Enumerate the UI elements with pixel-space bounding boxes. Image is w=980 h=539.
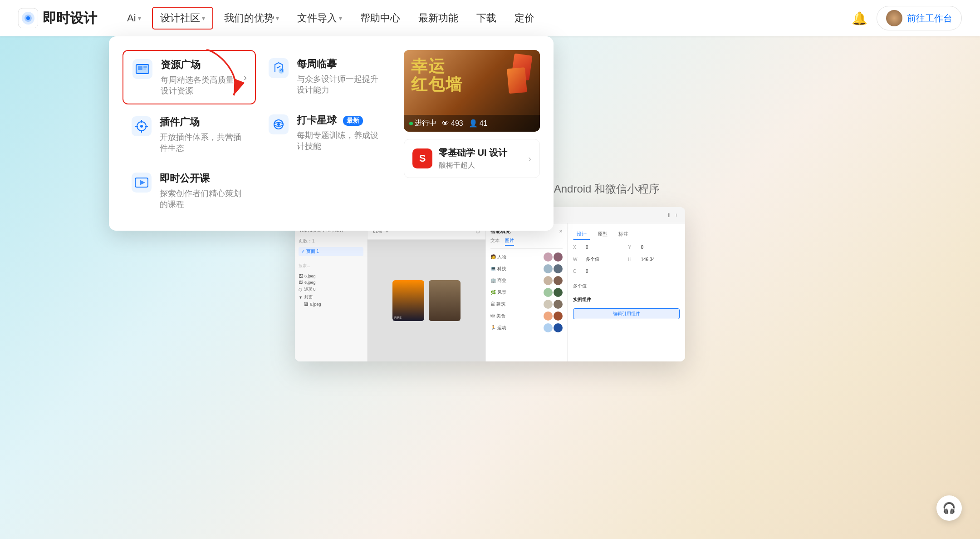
nav-item-advantage[interactable]: 我们的优势 ▾ <box>217 8 286 29</box>
opencourse-content: 即时公开课 探索创作者们精心策划的课程 <box>160 172 248 210</box>
nav-help-label: 帮助中心 <box>360 11 400 25</box>
nav-pricing-label: 定价 <box>514 11 534 25</box>
svg-rect-5 <box>138 66 142 70</box>
svg-point-23 <box>277 123 280 126</box>
header: 即时设计 Ai ▾ 设计社区 ▾ 我们的优势 ▾ 文件导入 ▾ 帮助中心 最新功… <box>0 0 980 36</box>
prototype-tab: 原型 <box>594 229 611 240</box>
nav-item-pricing[interactable]: 定价 <box>507 8 542 29</box>
nav-download-label: 下载 <box>476 11 496 25</box>
property-panel-tabs: 设计 原型 标注 <box>573 229 680 240</box>
logo-icon <box>18 8 38 28</box>
course-content: 零基础学 UI 设计 酸梅干超人 <box>439 147 522 170</box>
opencourse-title: 即时公开课 <box>160 172 248 185</box>
nav-import-arrow: ▾ <box>339 15 342 22</box>
svg-rect-18 <box>269 58 289 78</box>
mockup-properties-panel: 设计 原型 标注 X 0 Y 0 W 多个值 <box>567 223 685 361</box>
goto-workspace-label: 前往工作台 <box>907 12 952 25</box>
promo-status: 进行中 <box>409 119 436 128</box>
mockup-sidebar: 书籍阅读类小程序设计 页数：1 ✓ 页面 1 搜索... 🖼 6.jpeg 🖼 … <box>295 223 368 361</box>
community-dropdown: 资源广场 每周精选各类高质量设计资源 › <box>109 36 554 231</box>
course-title: 零基础学 UI 设计 <box>439 147 522 159</box>
promo-views: 👁 493 <box>442 119 463 128</box>
course-card[interactable]: S 零基础学 UI 设计 酸梅干超人 › <box>404 139 540 178</box>
logo-area[interactable]: 即时设计 <box>18 8 97 28</box>
dropdown-item-plugin[interactable]: 插件广场 开放插件体系，共营插件生态 <box>122 108 256 161</box>
weekly-title: 每周临摹 <box>297 57 385 71</box>
checkin-desc: 每期专题训练，养成设计技能 <box>297 130 385 152</box>
goto-workspace-button[interactable]: 前往工作台 <box>877 6 962 30</box>
nav-ai-arrow: ▾ <box>138 15 141 22</box>
resource-plaza-title: 资源广场 <box>161 58 236 72</box>
annotation-tab: 标注 <box>615 229 632 240</box>
weekly-icon <box>268 57 289 79</box>
plugin-plaza-title: 插件广场 <box>160 115 248 129</box>
opencourse-icon <box>131 172 152 193</box>
dropdown-right-panel: 幸运红包墙 进行中 👁 493 👤 41 S 零基础学 UI 设 <box>404 50 540 217</box>
nav-item-import[interactable]: 文件导入 ▾ <box>290 8 349 29</box>
svg-rect-7 <box>143 69 146 69</box>
user-avatar <box>886 10 902 26</box>
nav-community-arrow: ▾ <box>202 15 205 22</box>
nav-item-community[interactable]: 设计社区 ▾ <box>152 7 213 30</box>
resource-plaza-arrow-icon: › <box>244 72 247 83</box>
plugin-plaza-icon <box>131 115 152 137</box>
dropdown-item-checkin[interactable]: 打卡星球 最新 每期专题训练，养成设计技能 <box>260 106 393 159</box>
nav-advantage-arrow: ▾ <box>276 15 279 22</box>
browser-add-tab-icon: + <box>675 212 678 218</box>
header-right: 🔔 前往工作台 <box>852 6 962 30</box>
eye-icon: 👁 <box>442 119 449 128</box>
promo-participants: 👤 41 <box>469 119 488 128</box>
nav-community-label: 设计社区 <box>160 11 200 25</box>
dropdown-item-weekly[interactable]: 每周临摹 与众多设计师一起提升设计能力 <box>260 50 393 103</box>
mockup-canvas-area: 62% + ⬡ FIRE <box>368 223 485 361</box>
weekly-desc: 与众多设计师一起提升设计能力 <box>297 74 385 95</box>
mockup-canvas: FIRE <box>368 240 485 361</box>
browser-share-icon: ⬆ <box>666 212 671 218</box>
status-dot-icon <box>409 122 413 125</box>
nav-item-ai[interactable]: Ai ▾ <box>120 9 148 28</box>
checkin-title: 打卡星球 最新 <box>297 114 385 127</box>
course-logo-icon: S <box>412 148 432 168</box>
nav-advantage-label: 我们的优势 <box>224 11 274 25</box>
ai-fill-panel: 智能填充 ✕ 文本 图片 🧑 人物 <box>485 223 567 361</box>
design-tab: 设计 <box>573 229 590 240</box>
promo-status-text: 进行中 <box>415 119 436 128</box>
promo-footer: 进行中 👁 493 👤 41 <box>404 115 540 132</box>
resource-plaza-content: 资源广场 每周精选各类高质量设计资源 <box>161 58 236 96</box>
course-subtitle: 酸梅干超人 <box>439 161 522 170</box>
dropdown-left-column: 资源广场 每周精选各类高质量设计资源 › <box>122 50 393 217</box>
headphone-icon: 🎧 <box>942 502 956 514</box>
svg-point-10 <box>140 125 143 128</box>
opencourse-desc: 探索创作者们精心策划的课程 <box>160 188 248 210</box>
customer-service-button[interactable]: 🎧 <box>936 495 962 521</box>
weekly-content: 每周临摹 与众多设计师一起提升设计能力 <box>297 57 385 95</box>
promo-card[interactable]: 幸运红包墙 进行中 👁 493 👤 41 <box>404 50 540 132</box>
checkin-icon <box>268 114 289 135</box>
resource-plaza-icon <box>132 58 153 80</box>
svg-point-19 <box>279 68 284 74</box>
prop-row-w: W 多个值 H 146.34 <box>573 256 680 262</box>
nav-features-label: 最新功能 <box>418 11 458 25</box>
nav-item-download[interactable]: 下载 <box>469 8 504 29</box>
resource-plaza-desc: 每周精选各类高质量设计资源 <box>161 74 236 96</box>
svg-rect-6 <box>143 66 147 68</box>
nav-item-help[interactable]: 帮助中心 <box>353 8 407 29</box>
dropdown-item-opencourse[interactable]: 即时公开课 探索创作者们精心策划的课程 <box>122 164 256 217</box>
nav-ai-label: Ai <box>127 12 136 24</box>
nav-item-features[interactable]: 最新功能 <box>411 8 466 29</box>
promo-main-text: 幸运红包墙 <box>411 57 463 93</box>
checkin-content: 打卡星球 最新 每期专题训练，养成设计技能 <box>297 114 385 152</box>
mockup-body: 书籍阅读类小程序设计 页数：1 ✓ 页面 1 搜索... 🖼 6.jpeg 🖼 … <box>295 223 685 361</box>
promo-participants-count: 41 <box>480 119 488 128</box>
main-nav: Ai ▾ 设计社区 ▾ 我们的优势 ▾ 文件导入 ▾ 帮助中心 最新功能 下载 … <box>120 7 852 30</box>
nav-import-label: 文件导入 <box>297 11 337 25</box>
plugin-plaza-content: 插件广场 开放插件体系，共营插件生态 <box>160 115 248 153</box>
notification-bell-icon[interactable]: 🔔 <box>852 11 867 26</box>
dropdown-item-resource[interactable]: 资源广场 每周精选各类高质量设计资源 › <box>122 50 256 104</box>
promo-views-count: 493 <box>451 119 463 128</box>
prop-row-r: C 0 <box>573 269 680 274</box>
course-arrow-icon: › <box>528 153 531 164</box>
logo-text: 即时设计 <box>43 9 97 28</box>
plugin-plaza-desc: 开放插件体系，共营插件生态 <box>160 132 248 153</box>
checkin-badge: 最新 <box>343 116 363 126</box>
